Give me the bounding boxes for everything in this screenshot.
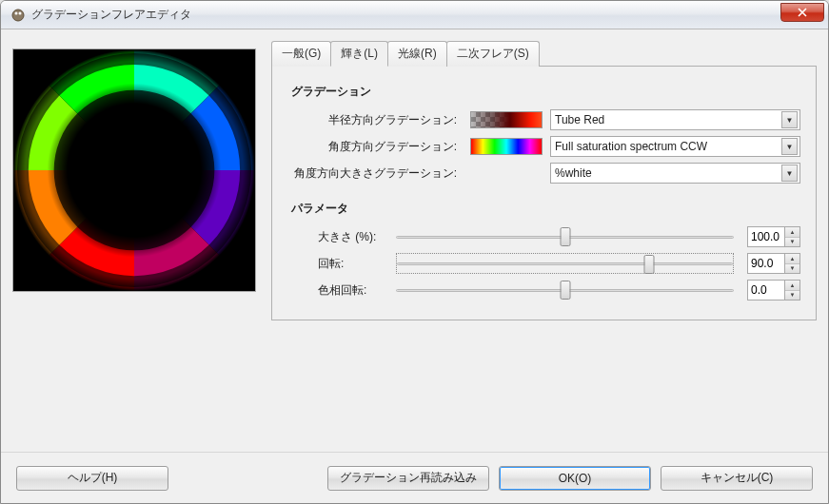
tab-panel: グラデーション 半径方向グラデーション: Tube Red ▼ 角度方向グラデー…: [271, 66, 817, 320]
preview-column: [12, 41, 256, 440]
rotation-spin[interactable]: ▲▼: [747, 253, 800, 274]
tab-general[interactable]: 一般(G): [271, 41, 331, 67]
ok-button[interactable]: OK(O): [499, 466, 651, 491]
right-column: 一般(G) 輝き(L) 光線(R) 二次フレア(S) グラデーション 半径方向グ…: [271, 41, 817, 440]
size-spin[interactable]: ▲▼: [747, 226, 800, 247]
chevron-down-icon: ▼: [781, 165, 798, 182]
footer: ヘルプ(H) グラデーション再読み込み OK(O) キャンセル(C): [1, 452, 828, 503]
cancel-button[interactable]: キャンセル(C): [661, 466, 813, 491]
size-slider[interactable]: [396, 226, 734, 247]
angular-gradation-row: 角度方向グラデーション: Full saturation spectrum CC…: [291, 136, 800, 157]
angular-size-gradation-select[interactable]: %white ▼: [550, 163, 800, 184]
hue-rotation-slider[interactable]: [396, 280, 734, 300]
spin-up-icon[interactable]: ▲: [785, 254, 799, 264]
radial-gradation-select[interactable]: Tube Red ▼: [550, 109, 800, 130]
radial-gradation-row: 半径方向グラデーション: Tube Red ▼: [291, 109, 800, 130]
angular-size-gradation-label: 角度方向大きさグラデーション:: [291, 165, 463, 182]
angular-gradation-preview[interactable]: [470, 138, 543, 155]
gradation-section-label: グラデーション: [291, 84, 800, 100]
rotation-input[interactable]: [747, 253, 785, 274]
size-label: 大きさ (%):: [291, 229, 383, 245]
angular-size-gradation-value: %white: [555, 166, 781, 180]
radial-gradation-preview[interactable]: [470, 111, 543, 128]
spin-up-icon[interactable]: ▲: [785, 227, 799, 238]
hue-rotation-input[interactable]: [747, 280, 785, 300]
angular-size-gradation-row: 角度方向大きさグラデーション: %white ▼: [291, 163, 800, 184]
tab-second-flare[interactable]: 二次フレア(S): [446, 41, 540, 67]
app-icon: [10, 8, 26, 23]
svg-point-2: [19, 11, 22, 14]
titlebar: グラデーションフレアエディタ: [1, 1, 828, 29]
content-area: 一般(G) 輝き(L) 光線(R) 二次フレア(S) グラデーション 半径方向グ…: [1, 29, 828, 452]
tab-bar: 一般(G) 輝き(L) 光線(R) 二次フレア(S): [271, 41, 817, 67]
flare-preview[interactable]: [12, 48, 256, 292]
reread-gradation-button[interactable]: グラデーション再読み込み: [327, 466, 489, 491]
angular-gradation-label: 角度方向グラデーション:: [291, 139, 463, 155]
radial-gradation-value: Tube Red: [555, 113, 781, 126]
svg-point-0: [12, 10, 24, 21]
help-button[interactable]: ヘルプ(H): [16, 466, 168, 491]
spin-down-icon[interactable]: ▼: [785, 264, 799, 274]
hue-rotation-spin[interactable]: ▲▼: [747, 280, 800, 300]
rotation-slider[interactable]: [396, 253, 734, 274]
tab-rays[interactable]: 光線(R): [387, 41, 447, 67]
rotation-row: 回転: ▲▼: [291, 253, 800, 274]
angular-gradation-value: Full saturation spectrum CCW: [555, 140, 781, 153]
tab-glow[interactable]: 輝き(L): [330, 41, 388, 67]
size-row: 大きさ (%): ▲▼: [291, 226, 800, 247]
spin-down-icon[interactable]: ▼: [785, 291, 799, 300]
size-input[interactable]: [747, 226, 785, 247]
chevron-down-icon: ▼: [781, 138, 798, 155]
rotation-label: 回転:: [291, 256, 383, 272]
svg-point-1: [15, 11, 18, 14]
hue-rotation-row: 色相回転: ▲▼: [291, 280, 800, 300]
radial-gradation-label: 半径方向グラデーション:: [291, 112, 463, 128]
spin-down-icon[interactable]: ▼: [785, 238, 799, 247]
window-title: グラデーションフレアエディタ: [31, 7, 191, 23]
spin-up-icon[interactable]: ▲: [785, 281, 799, 291]
chevron-down-icon: ▼: [781, 111, 798, 128]
parameters-section-label: パラメータ: [291, 201, 800, 217]
close-icon: [798, 8, 807, 17]
hue-rotation-label: 色相回転:: [291, 282, 383, 299]
editor-window: グラデーションフレアエディタ: [0, 0, 829, 504]
angular-gradation-select[interactable]: Full saturation spectrum CCW ▼: [550, 136, 800, 157]
close-button[interactable]: [780, 3, 824, 22]
